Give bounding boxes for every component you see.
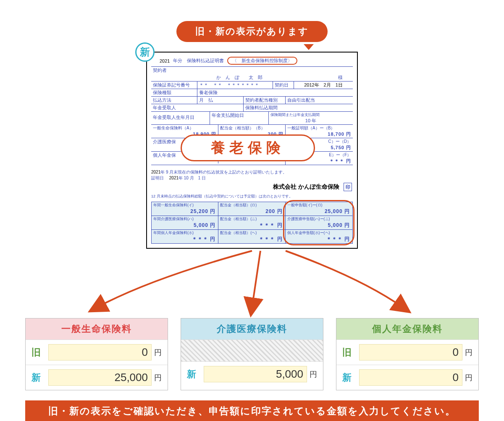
policy-no: ＊＊ ＊＊ ＊＊＊＊＊＊＊	[197, 82, 273, 89]
cert-title-row: 2021 年分 保険料払込証明書 〈 新生命保険料控除制度〉	[151, 56, 353, 66]
term-cell: 保険期間または年金支払期間 10 年	[269, 112, 353, 124]
cert-year: 2021	[160, 58, 170, 63]
certificate: 2021 年分 保険料払込証明書 〈 新生命保険料控除制度〉 契約者 か ん ぽ…	[146, 52, 358, 249]
pension-insurance-box: 個人年金保険料 旧 0 円 新 0 円	[336, 318, 479, 390]
pension-payee-label: 年金受取人	[151, 104, 244, 111]
callout-arrow-icon	[304, 44, 314, 50]
method-label: 払込方法	[151, 97, 197, 104]
yen-label: 円	[465, 347, 472, 358]
type-label: 保険種類	[151, 89, 197, 96]
care-header: 介護医療保険料	[181, 318, 323, 339]
dec-r1-r: 25,000 円	[287, 208, 351, 215]
pension-old-input[interactable]: 0	[359, 344, 462, 360]
seal-icon: 印	[344, 183, 352, 191]
life-insurance-box: 一般生命保険料 旧 0 円 新 25,000 円	[25, 318, 168, 390]
company-row: 株式会社 かんぽ生命保険 印	[151, 183, 352, 191]
care-hatched-area	[181, 339, 323, 361]
instruction-banner: 旧・新の表示をご確認いただき、申告額に印字されている金額を入力してください。	[25, 400, 479, 421]
top-callout: 旧・新の表示があります	[176, 21, 328, 42]
yen-label: 円	[154, 373, 162, 383]
care-new-input[interactable]: 5,000	[204, 366, 307, 382]
dec-r1-l: 25,200 円	[153, 208, 216, 215]
yen-label: 円	[154, 347, 162, 358]
arrow-center-icon	[252, 251, 260, 308]
cert-system-oval: 〈 新生命保険料控除制度〉	[227, 57, 297, 65]
life-new-input[interactable]: 25,000	[48, 369, 152, 386]
life-new-row: 新 25,000 円	[26, 365, 168, 390]
contract-date-label: 契約日	[273, 82, 294, 89]
new-label: 新	[342, 371, 359, 384]
new-badge-icon: 新	[135, 42, 155, 62]
arrows-svg	[25, 249, 479, 318]
dec-r2-l: 5,000 円	[153, 222, 216, 229]
contract-date: 2012年 2月 1日	[294, 82, 353, 89]
pay-start-label: 年金支払開始日	[210, 112, 269, 124]
dec-r2-m: ＊＊＊ 円	[220, 222, 283, 229]
policy-no-label: 保険証券記号番号	[151, 82, 197, 89]
type-value: 養老保険	[197, 89, 353, 96]
life-header: 一般生命保険料	[26, 318, 168, 339]
method-value: 月 払	[197, 97, 244, 104]
alloc-value: 自由引出配当	[286, 97, 353, 104]
old-label: 旧	[32, 346, 48, 359]
endowment-stamp: 養老保険	[181, 134, 315, 161]
certificate-wrapper: 新 2021 年分 保険料払込証明書 〈 新生命保険料控除制度〉 契約者 か ん…	[146, 52, 358, 249]
yen-label: 円	[465, 373, 472, 383]
payee-birth-label: 年金受取人生年月日	[151, 112, 210, 124]
dec-r3-m: ＊＊＊ 円	[220, 236, 283, 243]
dec-r2-r: 5,000 円	[287, 222, 351, 229]
dec-r3-r: ＊＊＊ 円	[287, 236, 351, 243]
care-new-row: 新 5,000 円	[181, 361, 323, 387]
honorific: 様	[328, 74, 353, 81]
pension-new-row: 新 0 円	[336, 365, 478, 390]
new-label: 新	[32, 371, 48, 384]
contractor-label: 契約者	[151, 67, 353, 74]
december-table: 年間一般生命保険料(イ)25,200 円 配当金（相当額）(ロ)200 円 一般…	[151, 202, 353, 244]
december-note: 12 月末時点の払込保険料総額（払込中契約については予定額）は次のとおりです。	[151, 194, 353, 199]
life-old-input[interactable]: 0	[48, 344, 152, 360]
cert-title-a: 年分 保険料払込証明書	[173, 58, 224, 64]
pension-header: 個人年金保険料	[336, 318, 478, 339]
arrow-left-icon	[97, 251, 252, 308]
old-label: 旧	[342, 346, 359, 359]
arrow-right-icon	[286, 251, 403, 308]
company-name: 株式会社 かんぽ生命保険	[273, 183, 339, 190]
input-boxes: 一般生命保険料 旧 0 円 新 25,000 円 介護医療保険料 新 5,000…	[25, 318, 479, 390]
statement: 2021年 9 月末現在の保険料の払込状況を上記のとおり証明いたします。	[151, 169, 353, 175]
term-label: 保険期間または年金支払期間	[270, 112, 351, 118]
issue-date-row: 証明日 2021年 10 月 1 日	[151, 175, 353, 181]
pension-new-input[interactable]: 0	[359, 369, 462, 386]
yen-label: 円	[310, 369, 317, 379]
care-insurance-box: 介護医療保険料 新 5,000 円	[181, 318, 323, 390]
new-label: 新	[187, 368, 204, 381]
paid-period-label: 保険料払込期間	[244, 104, 353, 111]
contractor-name: か ん ぽ 太 郎	[151, 74, 328, 81]
arrows-area	[25, 249, 479, 318]
dec-r3-l: ＊＊＊ 円	[153, 236, 216, 243]
alloc-label: 契約者配当種別	[244, 97, 286, 104]
pension-old-row: 旧 0 円	[336, 339, 478, 365]
dec-r1-m: 200 円	[220, 208, 283, 215]
life-old-row: 旧 0 円	[26, 339, 168, 365]
term-value: 10 年	[270, 118, 351, 124]
